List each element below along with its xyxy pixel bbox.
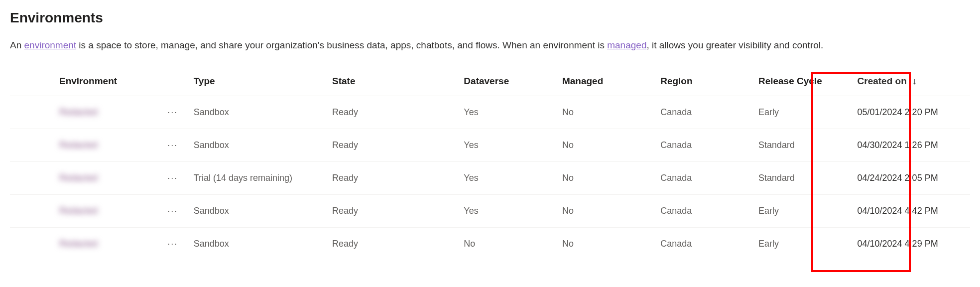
release-cycle-cell: Early: [752, 195, 852, 228]
created-on-cell: 04/30/2024 1:26 PM: [852, 129, 970, 162]
col-checkbox: [10, 69, 39, 96]
table-row[interactable]: Redacted···Trial (14 days remaining)Read…: [10, 162, 970, 195]
state-cell: Ready: [326, 195, 458, 228]
managed-cell: No: [556, 228, 654, 261]
row-checkbox-cell[interactable]: [10, 162, 39, 195]
intro-suffix: , it allows you greater visibility and c…: [646, 40, 823, 50]
dataverse-cell: No: [458, 228, 556, 261]
col-type-header[interactable]: Type: [188, 69, 326, 96]
environments-table: Environment Type State Dataverse Managed…: [10, 69, 970, 260]
type-cell: Sandbox: [188, 195, 326, 228]
created-on-cell: 04/10/2024 4:29 PM: [852, 228, 970, 261]
env-name-cell[interactable]: Redacted: [39, 162, 158, 195]
table-row[interactable]: Redacted···SandboxReadyYesNoCanadaStanda…: [10, 129, 970, 162]
more-actions-button[interactable]: ···: [165, 237, 180, 251]
managed-cell: No: [556, 195, 654, 228]
env-name-link[interactable]: Redacted: [59, 239, 98, 249]
dataverse-cell: Yes: [458, 129, 556, 162]
state-cell: Ready: [326, 96, 458, 129]
type-cell: Trial (14 days remaining): [188, 162, 326, 195]
type-cell: Sandbox: [188, 129, 326, 162]
release-cycle-cell: Standard: [752, 129, 852, 162]
sort-descending-icon: ↓: [912, 76, 917, 87]
row-checkbox-cell[interactable]: [10, 228, 39, 261]
col-state-header[interactable]: State: [326, 69, 458, 96]
managed-cell: No: [556, 129, 654, 162]
row-checkbox-cell[interactable]: [10, 96, 39, 129]
release-cycle-cell: Early: [752, 96, 852, 129]
table-header-row: Environment Type State Dataverse Managed…: [10, 69, 970, 96]
table-row[interactable]: Redacted···SandboxReadyYesNoCanadaEarly0…: [10, 96, 970, 129]
type-cell: Sandbox: [188, 96, 326, 129]
dataverse-cell: Yes: [458, 96, 556, 129]
release-cycle-cell: Early: [752, 228, 852, 261]
environment-link[interactable]: environment: [24, 40, 77, 50]
created-on-label: Created on: [858, 76, 907, 86]
more-actions-button[interactable]: ···: [165, 138, 180, 152]
col-managed-header[interactable]: Managed: [556, 69, 654, 96]
env-name-cell[interactable]: Redacted: [39, 228, 158, 261]
region-cell: Canada: [654, 162, 752, 195]
intro-text: An environment is a space to store, mana…: [10, 40, 970, 51]
col-created-header[interactable]: Created on ↓: [852, 69, 970, 96]
row-checkbox-cell[interactable]: [10, 195, 39, 228]
col-dataverse-header[interactable]: Dataverse: [458, 69, 556, 96]
created-on-cell: 04/10/2024 4:42 PM: [852, 195, 970, 228]
col-region-header[interactable]: Region: [654, 69, 752, 96]
more-actions-button[interactable]: ···: [165, 171, 180, 185]
row-actions-cell: ···: [158, 195, 188, 228]
region-cell: Canada: [654, 195, 752, 228]
env-name-link[interactable]: Redacted: [59, 206, 98, 216]
env-name-link[interactable]: Redacted: [59, 173, 98, 183]
release-cycle-cell: Standard: [752, 162, 852, 195]
managed-link[interactable]: managed: [607, 40, 646, 50]
col-environment-header[interactable]: Environment: [39, 69, 158, 96]
type-cell: Sandbox: [188, 228, 326, 261]
state-cell: Ready: [326, 129, 458, 162]
table-row[interactable]: Redacted···SandboxReadyYesNoCanadaEarly0…: [10, 195, 970, 228]
env-name-cell[interactable]: Redacted: [39, 129, 158, 162]
col-actions-header: [158, 69, 188, 96]
region-cell: Canada: [654, 96, 752, 129]
intro-mid: is a space to store, manage, and share y…: [76, 40, 607, 50]
state-cell: Ready: [326, 228, 458, 261]
more-actions-button[interactable]: ···: [165, 204, 180, 218]
row-actions-cell: ···: [158, 228, 188, 261]
row-actions-cell: ···: [158, 96, 188, 129]
row-checkbox-cell[interactable]: [10, 129, 39, 162]
page-title: Environments: [10, 10, 970, 26]
intro-prefix: An: [10, 40, 24, 50]
col-release-header[interactable]: Release Cycle: [752, 69, 852, 96]
env-name-link[interactable]: Redacted: [59, 140, 98, 150]
region-cell: Canada: [654, 228, 752, 261]
managed-cell: No: [556, 96, 654, 129]
dataverse-cell: Yes: [458, 162, 556, 195]
created-on-cell: 04/24/2024 2:05 PM: [852, 162, 970, 195]
created-on-cell: 05/01/2024 2:20 PM: [852, 96, 970, 129]
state-cell: Ready: [326, 162, 458, 195]
dataverse-cell: Yes: [458, 195, 556, 228]
row-actions-cell: ···: [158, 162, 188, 195]
env-name-link[interactable]: Redacted: [59, 107, 98, 118]
table-row[interactable]: Redacted···SandboxReadyNoNoCanadaEarly04…: [10, 228, 970, 261]
more-actions-button[interactable]: ···: [165, 105, 180, 120]
env-name-cell[interactable]: Redacted: [39, 96, 158, 129]
env-name-cell[interactable]: Redacted: [39, 195, 158, 228]
row-actions-cell: ···: [158, 129, 188, 162]
managed-cell: No: [556, 162, 654, 195]
region-cell: Canada: [654, 129, 752, 162]
